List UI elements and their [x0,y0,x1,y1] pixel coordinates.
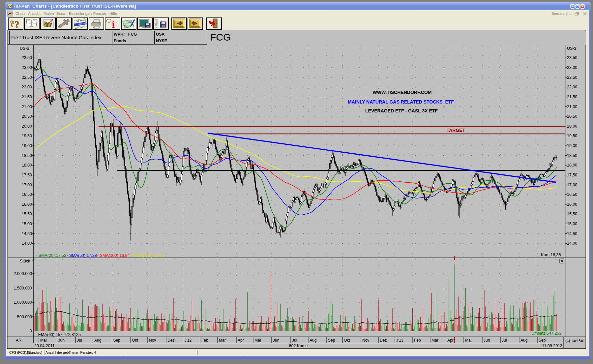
svg-text:17,50: 17,50 [567,173,577,177]
svg-text:21,50: 21,50 [22,95,32,99]
svg-text:Mär: Mär [431,338,438,343]
svg-text:19,50: 19,50 [567,134,577,138]
svg-text:Mär: Mär [219,338,226,343]
svg-text:Mai: Mai [254,338,261,343]
svg-text:Sep: Sep [328,338,335,343]
svg-text:Nov: Nov [362,338,369,343]
svg-text:Jul: Jul [502,338,507,343]
svg-text:15,50: 15,50 [567,212,577,216]
svg-text:18,00: 18,00 [567,163,577,167]
svg-text:Okt: Okt [344,338,350,343]
svg-text:15,00: 15,00 [567,222,577,226]
svg-text:1.000.000: 1.000.000 [14,300,32,305]
svg-text:22,50: 22,50 [567,75,577,80]
svg-text:Jun: Jun [273,338,279,343]
svg-text:20,00: 20,00 [567,124,577,129]
svg-text:16,50: 16,50 [22,192,32,197]
svg-text:18,50: 18,50 [22,153,32,158]
svg-text:(c) Tai-Pan: (c) Tai-Pan [565,338,584,343]
svg-text:500.000: 500.000 [17,315,32,319]
svg-text:19,00: 19,00 [567,143,577,148]
svg-text:14,50: 14,50 [22,231,32,236]
svg-text:Jul: Jul [292,338,297,343]
svg-text:20,00: 20,00 [22,124,32,129]
svg-text:- SMA(100):16,94: - SMA(100):16,94 [97,253,130,258]
svg-text:J'12: J'12 [185,338,192,343]
svg-text:MAINLY NATURAL GAS RELATED STO: MAINLY NATURAL GAS RELATED STOCKS ETF [348,99,454,105]
svg-text:?: ? [15,19,19,29]
svg-text:23,50: 23,50 [567,55,577,60]
svg-text:i: i [112,19,115,29]
svg-text:Mai: Mai [465,338,471,343]
svg-text:17,50: 17,50 [22,173,32,177]
svg-text:16,00: 16,00 [22,202,32,207]
svg-text:Umsatz:647.263: Umsatz:647.263 [531,331,561,336]
svg-text:17,00: 17,00 [567,183,577,187]
svg-text:TARGET: TARGET [447,128,465,133]
svg-text:Aug: Aug [94,338,101,343]
svg-text:16,50: 16,50 [567,192,577,197]
svg-text:LEVERAGED ETF - GASL 3X ETF: LEVERAGED ETF - GASL 3X ETF [365,108,438,113]
svg-text:ARI: ARI [16,338,23,343]
svg-text:14,00: 14,00 [567,241,577,246]
svg-text:Sep: Sep [113,338,121,343]
svg-text:Feb: Feb [201,338,208,343]
svg-text:23,00: 23,00 [22,65,32,70]
svg-text:22,50: 22,50 [22,75,32,80]
svg-text:14,00: 14,00 [22,241,32,246]
svg-text:Nov: Nov [149,338,156,343]
svg-text:23,50: 23,50 [22,55,32,60]
svg-text:Mai: Mai [40,338,46,343]
svg-text:22,00: 22,00 [567,85,577,89]
svg-text:20,50: 20,50 [22,114,32,119]
svg-text:15,50: 15,50 [22,212,32,216]
svg-text:US-$: US-$ [20,46,29,51]
svg-text:- EMA(60):457.472,8125: - EMA(60):457.472,8125 [36,332,81,337]
svg-text:21,00: 21,00 [567,105,577,109]
svg-text:- SMA(50):17,28: - SMA(50):17,28 [67,253,97,258]
svg-text:Dez: Dez [167,338,174,343]
svg-text:19,50: 19,50 [22,134,32,138]
svg-text:Jun: Jun [484,338,490,343]
svg-text:- SMA(20):17,52: - SMA(20):17,52 [36,253,66,258]
svg-text:22,00: 22,00 [22,85,32,89]
svg-text:Jun: Jun [58,338,65,343]
svg-text:20,50: 20,50 [567,114,577,119]
svg-text:WWW.TISCHENDORF.COM: WWW.TISCHENDORF.COM [373,90,432,95]
svg-text:18,50: 18,50 [567,153,577,158]
svg-text:0: 0 [30,329,32,333]
svg-text:20.04.2011: 20.04.2011 [34,344,55,348]
svg-text:Dez: Dez [380,338,387,343]
svg-text:602 Kurse: 602 Kurse [289,344,308,348]
svg-text:Sep: Sep [539,338,546,343]
svg-text:Jul: Jul [77,338,82,343]
svg-text:11.09.2013: 11.09.2013 [542,344,562,348]
svg-text:Aug: Aug [520,338,527,343]
svg-text:?: ? [10,18,15,29]
svg-text:1.500.000: 1.500.000 [14,286,32,290]
svg-text:16,00: 16,00 [567,202,577,207]
svg-text:Stück: Stück [20,259,30,263]
svg-text:2.000.000: 2.000.000 [14,271,32,276]
svg-text:Apr: Apr [238,338,244,343]
svg-text:- SMA(200):16,61: - SMA(200):16,61 [131,253,164,258]
svg-text:21,00: 21,00 [22,105,32,109]
svg-text:Feb: Feb [414,338,421,343]
svg-text:Apr: Apr [447,338,454,343]
svg-text:15,00: 15,00 [22,222,32,226]
svg-text:Kurs:18,36: Kurs:18,36 [541,253,561,257]
svg-text:18,00: 18,00 [22,163,32,167]
svg-text:23,00: 23,00 [567,65,577,70]
svg-text:Okt: Okt [132,338,138,343]
svg-text:J'13: J'13 [396,338,403,343]
svg-text:14,50: 14,50 [567,231,577,236]
svg-text:17,00: 17,00 [22,183,32,187]
svg-text:19,00: 19,00 [22,143,32,148]
svg-text:US-$: US-$ [567,46,577,51]
svg-text:21,50: 21,50 [567,95,577,99]
svg-text:Aug: Aug [310,338,316,343]
